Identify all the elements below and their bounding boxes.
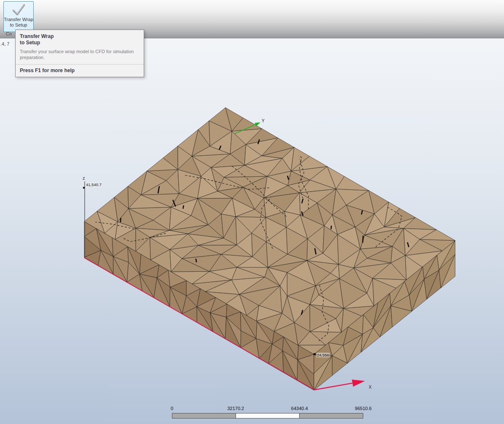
vertex-label-x: 24,556 (316, 353, 330, 357)
scale-segment (299, 413, 363, 418)
scale-tick-0: 0 (171, 406, 173, 411)
scale-bar-gauge (172, 413, 363, 419)
y-axis-label: Y (262, 119, 265, 123)
scale-bar: 0 32170.2 64340.4 96510.6 (172, 406, 363, 419)
z-axis-label: Z (83, 176, 85, 181)
scale-tick-1: 32170.2 (227, 406, 244, 411)
button-label-line1: Transfer Wrap (4, 17, 33, 22)
checkmark-icon (11, 3, 26, 17)
vertex-label-z: 41,540.7 (86, 182, 102, 187)
tooltip-title: Transfer Wrap to Setup (20, 33, 139, 46)
button-label-line2: to Setup (10, 22, 27, 28)
tooltip-description: Transfer your surface wrap model to CFD … (20, 49, 139, 60)
transfer-wrap-to-setup-button[interactable]: Transfer Wrap to Setup (3, 1, 34, 32)
scale-tick-2: 64340.4 (291, 406, 308, 411)
scale-tick-3: 96510.6 (355, 406, 372, 411)
x-axis-label: X (369, 385, 372, 389)
tooltip-title-line2: to Setup (20, 40, 139, 46)
tooltip-help-footer: Press F1 for more help (20, 65, 139, 73)
ribbon-group-label: Co (6, 31, 12, 36)
scale-segment (172, 413, 236, 418)
tooltip-title-line1: Transfer Wrap (20, 33, 139, 40)
scale-segment (236, 413, 299, 418)
coordinate-readout: .4, 7 (0, 41, 9, 46)
scale-bar-labels: 0 32170.2 64340.4 96510.6 (172, 406, 363, 412)
tooltip: Transfer Wrap to Setup Transfer your sur… (15, 30, 144, 77)
